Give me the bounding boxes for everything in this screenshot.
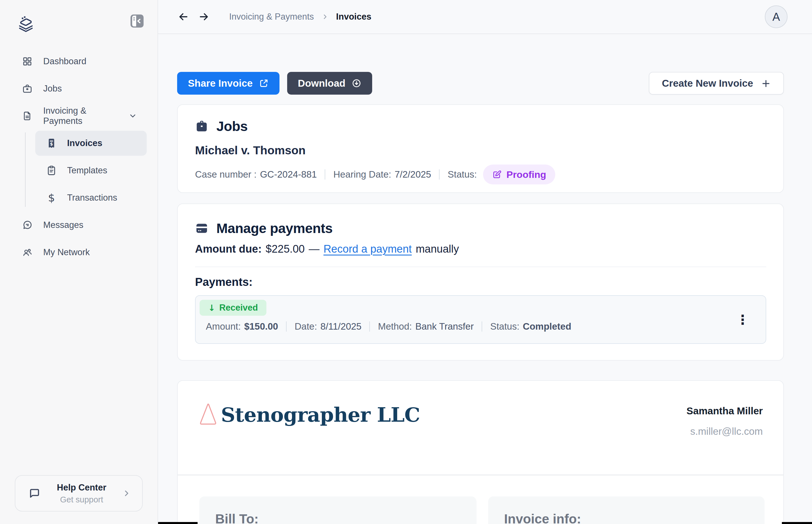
- document-icon: [22, 111, 32, 121]
- sidebar-item-messages[interactable]: Messages: [0, 213, 158, 238]
- breadcrumb: Invoicing & Payments Invoices: [229, 12, 371, 22]
- sidebar-item-templates[interactable]: Templates: [35, 158, 147, 183]
- back-arrow-button[interactable]: [177, 10, 190, 23]
- briefcase-filled-icon: [195, 120, 208, 133]
- received-badge-text: Received: [219, 302, 258, 313]
- hearing-date-value: 7/2/2025: [395, 169, 431, 180]
- create-new-invoice-button[interactable]: Create New Invoice: [649, 72, 784, 95]
- sidebar-item-label: My Network: [43, 247, 90, 258]
- app-logo-icon: [16, 14, 35, 33]
- case-meta-row: Case number : GC-2024-881 Hearing Date: …: [195, 165, 766, 184]
- receipt-icon: $: [46, 138, 57, 149]
- manage-payments-header: Manage payments: [195, 220, 766, 236]
- meta-divider: [286, 322, 287, 332]
- share-invoice-button[interactable]: Share Invoice: [177, 72, 280, 95]
- breadcrumb-current: Invoices: [336, 12, 371, 22]
- payment-status-label: Status:: [490, 321, 520, 332]
- invoice-header: Stenographer LLC Samantha Miller s.mille…: [178, 381, 783, 475]
- user-avatar[interactable]: A: [765, 5, 787, 28]
- meta-divider: [369, 322, 370, 332]
- case-number-label: Case number :: [195, 169, 256, 180]
- plus-icon: [761, 78, 771, 88]
- contact-email: s.miller@llc.com: [687, 426, 763, 437]
- share-invoice-label: Share Invoice: [188, 78, 253, 89]
- sidebar-subnav: $ Invoices Templates: [0, 131, 158, 210]
- sidebar-nav: Dashboard Jobs: [0, 49, 158, 265]
- payment-kebab-menu[interactable]: ⋮: [736, 313, 749, 326]
- help-center-title: Help Center: [41, 482, 122, 493]
- clipboard-icon: [46, 165, 57, 176]
- dashboard-grid-icon: [22, 56, 32, 66]
- sidebar-item-label: Messages: [43, 220, 83, 230]
- amount-due-line: Amount due: $225.00 — Record a payment m…: [195, 243, 766, 255]
- sidebar-item-label: Dashboard: [43, 56, 86, 66]
- record-payment-link[interactable]: Record a payment: [323, 243, 412, 255]
- meta-divider: [482, 322, 482, 332]
- download-circle-icon: [352, 78, 361, 88]
- payment-details-row: Amount: $150.00 Date: 8/11/2025 Method: …: [206, 321, 571, 332]
- sidebar-item-invoices[interactable]: $ Invoices: [35, 131, 147, 156]
- company-logo: Stenographer LLC: [199, 403, 420, 427]
- chevron-down-icon: [128, 112, 137, 120]
- page-content: Share Invoice Download: [158, 34, 812, 524]
- help-center-subtitle: Get support: [41, 495, 122, 504]
- svg-text:$: $: [50, 142, 53, 147]
- collapse-sidebar-button[interactable]: [130, 14, 144, 28]
- company-name: Stenographer LLC: [221, 404, 420, 426]
- payments-list-label: Payments:: [195, 276, 766, 289]
- sidebar-item-label: Templates: [67, 165, 107, 176]
- sidebar-item-label: Transactions: [67, 193, 117, 203]
- edit-pencil-icon: [492, 170, 502, 179]
- arrow-down-icon: ↓: [208, 303, 215, 313]
- meta-divider: [325, 169, 325, 180]
- sidebar-item-transactions[interactable]: $ Transactions: [35, 185, 147, 210]
- app-window: Dashboard Jobs: [0, 0, 812, 524]
- sidebar-item-label: Invoices: [67, 138, 102, 148]
- help-center-text: Help Center Get support: [41, 482, 122, 504]
- sidebar-item-jobs[interactable]: Jobs: [0, 76, 158, 101]
- bill-to-box: Bill To:: [199, 496, 477, 524]
- people-group-icon: [22, 247, 32, 258]
- download-label: Download: [298, 78, 346, 89]
- create-new-invoice-label: Create New Invoice: [662, 78, 753, 89]
- record-payment-suffix: manually: [416, 243, 459, 255]
- invoice-info-label: Invoice info:: [504, 511, 765, 524]
- payment-amount-value: $150.00: [244, 321, 278, 332]
- sidebar-item-invoicing-payments[interactable]: Invoicing & Payments: [0, 103, 158, 128]
- breadcrumb-chevron-icon: [321, 13, 329, 20]
- chevron-right-icon: [122, 489, 131, 497]
- screenshot-edge-artifact: [782, 522, 812, 524]
- dash-separator: —: [309, 243, 320, 255]
- sidebar-item-label: Invoicing & Payments: [43, 106, 118, 126]
- invoice-info-box: Invoice info:: [488, 496, 765, 524]
- forward-arrow-button[interactable]: [197, 10, 210, 23]
- main-area: Invoicing & Payments Invoices A Share In…: [158, 0, 812, 524]
- download-button[interactable]: Download: [287, 72, 372, 95]
- chat-bubble-icon: [22, 220, 32, 230]
- status-label: Status:: [447, 169, 477, 180]
- briefcase-icon: [22, 84, 32, 94]
- payment-date-value: 8/11/2025: [320, 321, 361, 332]
- invoice-preview-card: Stenographer LLC Samantha Miller s.mille…: [177, 380, 784, 524]
- amount-due-label: Amount due:: [195, 243, 261, 255]
- breadcrumb-parent-link[interactable]: Invoicing & Payments: [229, 12, 314, 22]
- case-number-value: GC-2024-881: [260, 169, 317, 180]
- contact-name: Samantha Miller: [687, 405, 763, 416]
- sidebar-item-label: Jobs: [43, 84, 62, 94]
- status-badge-text: Proofing: [506, 169, 546, 180]
- sidebar-item-dashboard[interactable]: Dashboard: [0, 49, 158, 74]
- payment-status-value: Completed: [523, 321, 572, 332]
- manage-payments-card: Manage payments Amount due: $225.00 — Re…: [177, 203, 784, 361]
- hearing-date-label: Hearing Date:: [333, 169, 391, 180]
- sidebar-header: [0, 0, 158, 33]
- invoice-info-boxes: Bill To: Invoice info:: [199, 496, 783, 524]
- jobs-card: Jobs Michael v. Thomson Case number : GC…: [177, 104, 784, 193]
- help-center-card[interactable]: Help Center Get support: [15, 475, 143, 511]
- screenshot-edge-artifact: [158, 522, 197, 524]
- payment-amount-label: Amount:: [206, 321, 241, 332]
- sidebar-item-my-network[interactable]: My Network: [0, 240, 158, 265]
- amount-due-value: $225.00: [266, 243, 304, 255]
- share-icon: [259, 78, 269, 88]
- received-badge: ↓ Received: [200, 300, 266, 316]
- invoice-contact-block: Samantha Miller s.miller@llc.com: [687, 405, 763, 437]
